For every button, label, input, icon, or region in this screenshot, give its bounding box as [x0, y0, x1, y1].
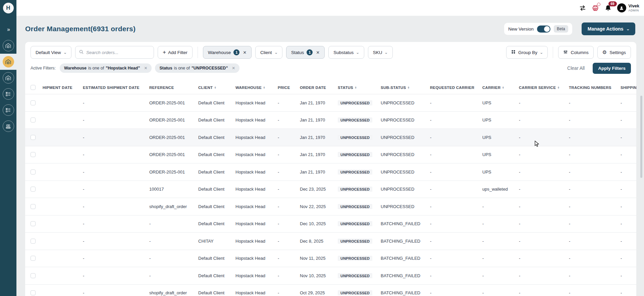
- notification-badge: 69: [608, 1, 617, 6]
- status-badge: UNPROCESSED: [338, 256, 372, 261]
- row-checkbox[interactable]: [31, 169, 36, 175]
- cell-reference: -: [149, 273, 198, 278]
- row-checkbox[interactable]: [31, 273, 36, 278]
- sidebar: H »: [0, 0, 16, 296]
- table-row[interactable]: -100017Default ClientHopstack Head-Dec 2…: [25, 181, 636, 198]
- cell-estimated: -: [83, 117, 149, 122]
- order-management-page: H »: [0, 0, 644, 296]
- search-input[interactable]: [86, 50, 150, 55]
- table-row[interactable]: -shopify_draft_orderDefault ClientHopsta…: [25, 285, 636, 296]
- filter-chip-status[interactable]: Status 1 ✕: [286, 46, 325, 59]
- group-by-label: Group By: [518, 50, 537, 55]
- cell-carrier: UPS: [482, 169, 519, 175]
- sort-icon[interactable]: ▲▼: [355, 86, 357, 89]
- row-checkbox[interactable]: [31, 290, 36, 295]
- sort-icon[interactable]: ▲▼: [557, 86, 559, 89]
- sidebar-expand-button[interactable]: »: [0, 23, 16, 36]
- row-checkbox[interactable]: [31, 239, 36, 244]
- row-checkbox[interactable]: [31, 221, 36, 226]
- sidebar-item-packing[interactable]: [0, 118, 16, 134]
- filter-chip-substatus[interactable]: Substatus ⌄: [328, 46, 364, 59]
- sidebar-item-task-list-1[interactable]: [0, 86, 16, 102]
- cell-client: Default Client: [198, 273, 235, 278]
- table-row[interactable]: -shopify_draft_orderDefault ClientHopsta…: [25, 198, 636, 215]
- row-checkbox[interactable]: [31, 187, 36, 192]
- table-row[interactable]: --CHITAYHopstack Head-Dec 8, 2025UNPROCE…: [25, 233, 636, 250]
- cell-requested_carrier: -: [430, 256, 482, 261]
- sidebar-item-outbound[interactable]: [0, 70, 16, 86]
- column-header-reference: REFERENCE: [149, 86, 198, 90]
- filter-chip-client[interactable]: Client ⌄: [255, 46, 282, 59]
- column-label: TRACKING NUMBERS: [569, 86, 611, 90]
- user-menu[interactable]: Vivek ADMIN: [617, 3, 639, 12]
- cell-tracking: -: [569, 221, 621, 226]
- group-by-button[interactable]: Group By ⌄: [506, 46, 548, 59]
- table-row[interactable]: -ORDER-2025-001Default ClientHopstack He…: [25, 112, 636, 129]
- manage-actions-button[interactable]: Manage Actions ⌄: [582, 22, 635, 35]
- beta-badge: Beta: [554, 25, 568, 33]
- row-checkbox[interactable]: [31, 135, 36, 140]
- cell-requested_carrier: -: [430, 100, 482, 105]
- row-checkbox[interactable]: [31, 152, 36, 157]
- sort-icon[interactable]: ▲▼: [502, 86, 504, 89]
- close-icon[interactable]: ✕: [316, 50, 320, 55]
- view-selector[interactable]: Default View ⌄: [31, 46, 71, 59]
- clear-all-button[interactable]: Clear All: [567, 65, 585, 71]
- cell-client: Default Client: [198, 187, 235, 192]
- status-badge: UNPROCESSED: [338, 169, 372, 175]
- sidebar-item-order-management[interactable]: [0, 54, 16, 70]
- brand-logo[interactable]: H: [0, 0, 16, 16]
- columns-button[interactable]: Columns: [558, 46, 593, 59]
- cell-substatus: BATCHING_FAILED: [381, 221, 430, 226]
- printer-icon[interactable]: [592, 4, 599, 12]
- table-row[interactable]: --Default ClientHopstack Head-Dec 10, 20…: [25, 215, 636, 233]
- close-icon[interactable]: ✕: [243, 50, 247, 55]
- column-header-carrier_service[interactable]: CARRIER SERVICE▲▼: [519, 86, 569, 90]
- cell-carrier: UPS: [482, 135, 519, 140]
- sidebar-item-inbound[interactable]: [0, 38, 16, 54]
- cell-requested_carrier: -: [430, 273, 482, 278]
- table-row[interactable]: -ORDER-2025-001Default ClientHopstack He…: [25, 129, 636, 146]
- select-all-checkbox[interactable]: [31, 85, 36, 90]
- table-row[interactable]: -ORDER-2025-001Default ClientHopstack He…: [25, 94, 636, 112]
- row-checkbox[interactable]: [31, 256, 36, 261]
- sidebar-item-task-list-2[interactable]: [0, 102, 16, 118]
- apply-filters-button[interactable]: Apply Filters: [593, 63, 631, 74]
- table-row[interactable]: -ORDER-2025-001Default ClientHopstack He…: [25, 163, 636, 181]
- filter-operator: is one of: [174, 66, 190, 70]
- search-box[interactable]: [75, 46, 154, 59]
- sort-icon[interactable]: ▲▼: [407, 86, 410, 89]
- close-icon[interactable]: ✕: [232, 66, 235, 70]
- cell-warehouse: Hopstack Head: [235, 117, 278, 122]
- sort-icon[interactable]: ▲▼: [214, 86, 216, 89]
- table-row[interactable]: --Default ClientHopstack Head-Nov 10, 20…: [25, 267, 636, 285]
- sort-icon[interactable]: ▲▼: [263, 86, 265, 89]
- vertical-scrollbar[interactable]: [640, 96, 642, 178]
- settings-button[interactable]: ⚙ Settings: [597, 46, 631, 59]
- filter-chip-label: Warehouse: [208, 50, 231, 55]
- row-checkbox[interactable]: [31, 100, 36, 105]
- filter-chip-warehouse[interactable]: Warehouse 1 ✕: [203, 46, 252, 59]
- add-filter-button[interactable]: + Add Filter: [158, 46, 193, 59]
- cell-tracking: -: [569, 290, 621, 295]
- table-row[interactable]: -ORDER-2025-001Default ClientHopstack He…: [25, 146, 636, 164]
- cell-price: -: [278, 239, 300, 244]
- column-header-client[interactable]: CLIENT▲▼: [198, 86, 235, 90]
- cell-tracking: -: [569, 135, 621, 140]
- column-header-carrier[interactable]: CARRIER▲▼: [482, 86, 519, 90]
- double-chevron-right-icon: »: [7, 27, 9, 33]
- filter-chip-sku[interactable]: SKU ⌄: [368, 46, 393, 59]
- swap-arrows-icon[interactable]: [579, 5, 586, 11]
- row-checkbox[interactable]: [31, 117, 36, 122]
- cell-carrier_service: -: [519, 152, 569, 157]
- close-icon[interactable]: ✕: [144, 66, 147, 70]
- new-version-toggle[interactable]: [537, 26, 550, 33]
- cell-tracking: -: [569, 239, 621, 244]
- column-header-warehouse[interactable]: WAREHOUSE▲▼: [235, 86, 278, 90]
- column-header-substatus[interactable]: SUB-STATUS▲▼: [381, 86, 430, 90]
- row-checkbox[interactable]: [31, 204, 36, 209]
- cell-estimated: -: [83, 256, 149, 261]
- table-row[interactable]: --Default ClientHopstack Head-Nov 11, 20…: [25, 250, 636, 267]
- column-header-status[interactable]: STATUS▲▼: [338, 86, 381, 90]
- bell-icon[interactable]: 69: [604, 4, 612, 12]
